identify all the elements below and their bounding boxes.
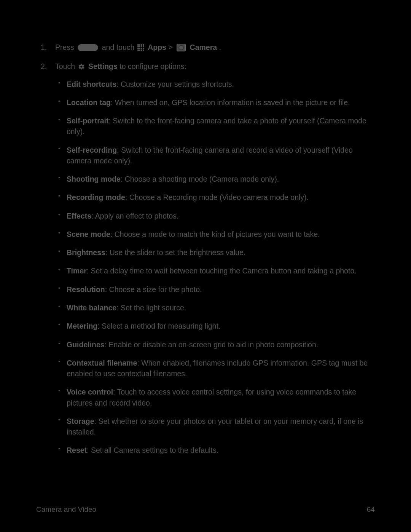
option-name: Brightness <box>67 248 105 257</box>
settings-option-item: Edit shortcuts: Customize your settings … <box>67 79 375 89</box>
option-name: Contextual filename <box>67 359 137 367</box>
apps-label: Apps <box>148 43 166 51</box>
option-description: : Select a method for measuring light. <box>97 322 220 330</box>
settings-option-item: Location tag: When turned on, GPS locati… <box>67 97 375 108</box>
option-description: : Choose a mode to match the kind of pic… <box>110 230 320 238</box>
option-description: : Use the slider to set the brightness v… <box>105 248 246 257</box>
step1-end: . <box>219 43 221 51</box>
settings-option-item: Voice control: Touch to access voice con… <box>67 387 375 408</box>
ordered-steps: Press and touch Apps > Camera . Touch Se… <box>36 42 375 456</box>
page-footer: Camera and Video 64 <box>36 504 375 515</box>
settings-label: Settings <box>88 62 118 70</box>
step-1: Press and touch Apps > Camera . <box>55 42 375 53</box>
option-name: Reset <box>67 446 87 454</box>
step1-text1: Press <box>55 43 76 51</box>
settings-option-item: Effects: Apply an effect to photos. <box>67 211 375 221</box>
option-description: : Set whether to store your photos on yo… <box>67 417 363 436</box>
settings-option-item: Reset: Set all Camera settings to the de… <box>67 445 375 455</box>
camera-app-icon <box>177 44 186 51</box>
option-name: Voice control <box>67 388 113 396</box>
settings-option-item: Metering: Select a method for measuring … <box>67 321 375 331</box>
option-description: : Switch to the front-facing camera and … <box>67 117 366 136</box>
step2-text2: to configure options: <box>119 62 186 70</box>
option-name: Effects <box>67 212 91 220</box>
option-description: : Customize your settings shortcuts. <box>116 80 234 88</box>
option-description: : Set all Camera settings to the default… <box>87 446 218 454</box>
step1-gt: > <box>168 43 175 51</box>
option-name: Edit shortcuts <box>67 80 116 88</box>
settings-option-item: White balance: Set the light source. <box>67 302 375 313</box>
option-description: : Choose a Recording mode (Video camera … <box>125 193 309 201</box>
settings-option-item: Resolution: Choose a size for the photo. <box>67 284 375 295</box>
settings-option-item: Guidelines: Enable or disable an on-scre… <box>67 339 375 350</box>
option-name: Storage <box>67 417 94 425</box>
settings-option-item: Self-recording: Switch to the front-faci… <box>67 145 375 166</box>
settings-option-item: Self-portrait: Switch to the front-facin… <box>67 115 375 137</box>
option-description: : Enable or disable an on-screen grid to… <box>105 340 319 349</box>
home-button-icon <box>78 44 98 51</box>
option-description: : When turned on, GPS location informati… <box>111 98 350 107</box>
footer-section-title: Camera and Video <box>36 504 96 515</box>
option-description: : Set the light source. <box>116 304 186 312</box>
settings-options-list: Edit shortcuts: Customize your settings … <box>55 79 375 456</box>
settings-option-item: Storage: Set whether to store your photo… <box>67 416 375 438</box>
step-2: Touch Settings to configure options: Edi… <box>55 61 375 455</box>
option-name: Guidelines <box>67 340 105 349</box>
settings-gear-icon <box>78 63 85 70</box>
apps-grid-icon <box>137 44 144 51</box>
option-name: Recording mode <box>67 193 125 201</box>
step1-text2: and touch <box>102 43 137 51</box>
step2-text1: Touch <box>55 62 77 70</box>
option-description: : Choose a shooting mode (Camera mode on… <box>121 175 279 183</box>
option-name: White balance <box>67 304 116 312</box>
settings-option-item: Recording mode: Choose a Recording mode … <box>67 192 375 203</box>
option-description: : Choose a size for the photo. <box>105 285 202 294</box>
option-description: : Set a delay time to wait between touch… <box>87 267 357 275</box>
settings-option-item: Shooting mode: Choose a shooting mode (C… <box>67 174 375 184</box>
settings-option-item: Contextual filename: When enabled, filen… <box>67 358 375 379</box>
option-description: : Apply an effect to photos. <box>91 212 178 220</box>
option-name: Metering <box>67 322 97 330</box>
document-page: Press and touch Apps > Camera . Touch Se… <box>0 0 411 532</box>
settings-option-item: Brightness: Use the slider to set the br… <box>67 247 375 258</box>
option-name: Scene mode <box>67 230 110 238</box>
option-name: Self-recording <box>67 146 117 154</box>
camera-label: Camera <box>190 43 217 51</box>
footer-page-number: 64 <box>367 504 375 515</box>
option-name: Timer <box>67 267 87 275</box>
option-name: Self-portrait <box>67 117 109 125</box>
option-name: Location tag <box>67 98 111 107</box>
settings-option-item: Timer: Set a delay time to wait between … <box>67 265 375 276</box>
option-name: Resolution <box>67 285 105 294</box>
settings-option-item: Scene mode: Choose a mode to match the k… <box>67 229 375 240</box>
option-name: Shooting mode <box>67 175 121 183</box>
